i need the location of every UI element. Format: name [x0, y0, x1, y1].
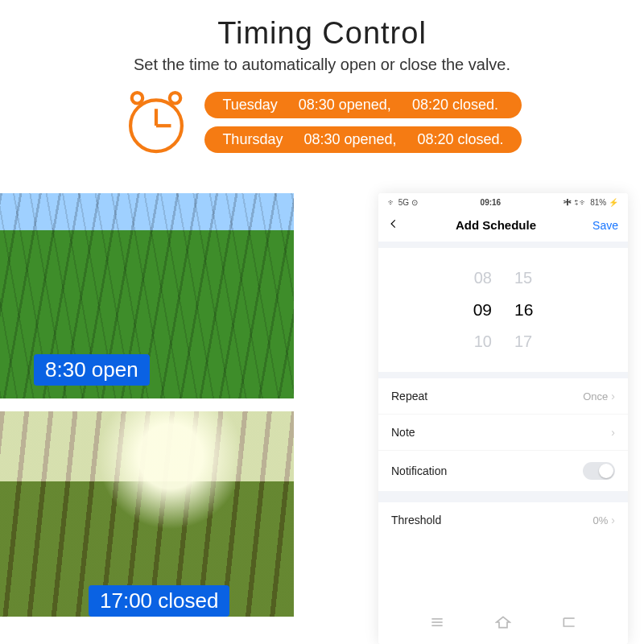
threshold-row[interactable]: Threshold 0%›	[378, 502, 628, 538]
schedule-summary: Tuesday 08:30 opened, 08:20 closed. Thur…	[0, 82, 644, 171]
time-picker[interactable]: 0815 0916 1017	[378, 242, 628, 378]
chevron-right-icon: ›	[611, 390, 615, 402]
chevron-right-icon: ›	[611, 514, 615, 526]
back-button[interactable]	[388, 218, 399, 232]
screen-title: Add Schedule	[456, 218, 536, 232]
home-icon[interactable]	[495, 614, 511, 633]
svg-point-3	[132, 93, 142, 103]
schedule-row: Tuesday 08:30 opened, 08:20 closed.	[204, 92, 521, 118]
status-bar: ᯤ 5G ⊙ 09:16 ✱ ⇆ ᯤ 81% ⚡	[378, 193, 628, 212]
close-time-badge: 17:00 closed	[89, 585, 229, 617]
menu-icon[interactable]	[429, 614, 445, 633]
svg-marker-8	[497, 617, 510, 627]
phone-mockup: ᯤ 5G ⊙ 09:16 ✱ ⇆ ᯤ 81% ⚡ Add Schedule Sa…	[378, 193, 628, 644]
notification-row[interactable]: Notification	[378, 450, 628, 491]
irrigation-photo-open: 8:30 open	[0, 193, 294, 398]
chevron-right-icon: ›	[611, 426, 615, 439]
page-subtitle: Set the time to automatically open or cl…	[32, 56, 612, 74]
back-nav-icon[interactable]	[561, 614, 577, 633]
svg-point-4	[170, 93, 180, 103]
repeat-row[interactable]: Repeat Once›	[378, 378, 628, 414]
open-time-badge: 8:30 open	[34, 354, 150, 386]
save-button[interactable]: Save	[592, 219, 618, 232]
note-row[interactable]: Note ›	[378, 414, 628, 450]
page-title: Timing Control	[32, 16, 612, 51]
schedule-row: Thursday 08:30 opened, 08:20 closed.	[204, 126, 521, 153]
irrigation-photo-closed: 17:00 closed	[0, 411, 294, 617]
notification-toggle[interactable]	[583, 462, 615, 480]
clock-icon	[122, 89, 190, 156]
android-nav-bar	[378, 603, 628, 644]
